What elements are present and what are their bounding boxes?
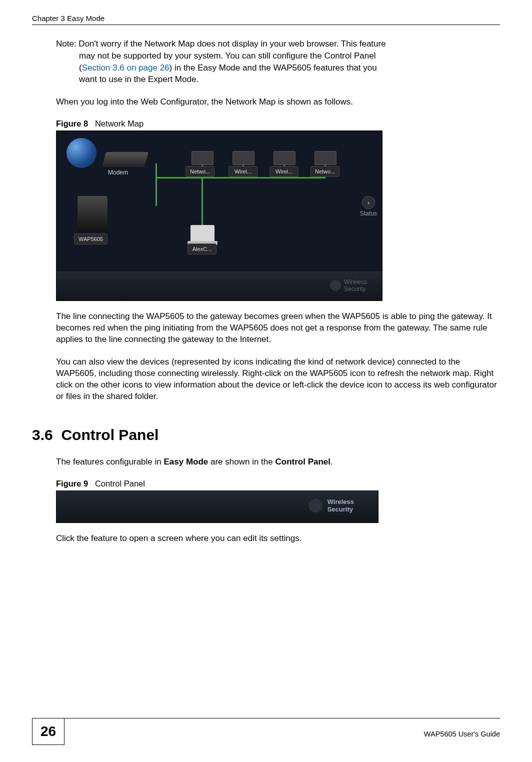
figure9-caption: Figure 9 Control Panel (56, 479, 500, 488)
note-line4: want to use in the Expert Mode. (79, 74, 198, 84)
wireless-line2: Security (328, 506, 353, 513)
cp-intro-bold2: Control Panel (275, 457, 330, 466)
wap-label: WAP5605 (74, 234, 108, 244)
wireless-line1: Wireless (328, 498, 354, 506)
device-icon (192, 151, 214, 165)
cp-intro-post: . (330, 457, 333, 466)
section-number: 3.6 (32, 426, 53, 443)
section-heading-3-6: 3.6 Control Panel (32, 426, 500, 444)
intro-paragraph: When you log into the Web Configurator, … (56, 96, 500, 108)
note-prefix: Note: (56, 39, 78, 48)
note-link[interactable]: Section 3.6 on page 26 (82, 63, 170, 72)
wifi-icon (308, 498, 322, 512)
control-panel-after-paragraph: Click the feature to open a screen where… (56, 533, 500, 544)
status-button: › Status (360, 196, 377, 217)
bottom-bar: WirelessSecurity (56, 272, 382, 300)
note-line3-post: ) in the Easy Mode and the WAP5605 featu… (170, 63, 377, 72)
connection-line (156, 177, 326, 178)
footer-guide-title: WAP5605 User's Guide (424, 726, 500, 738)
status-label: Status (360, 210, 377, 217)
globe-icon (66, 138, 96, 168)
figure8-title: Network Map (95, 119, 144, 128)
wap-device-icon (78, 196, 108, 232)
device-icon (274, 151, 296, 165)
modem-icon (102, 152, 148, 167)
cp-intro-mid: are shown in the (208, 457, 275, 466)
figure9-label: Figure 9 (56, 479, 88, 488)
laptop-label: AlexC... (188, 244, 216, 254)
figure8-caption: Figure 8 Network Map (56, 119, 500, 128)
connection-line (202, 178, 203, 226)
laptop-icon (190, 225, 214, 242)
wifi-icon (330, 280, 341, 291)
page-footer: 26 WAP5605 User's Guide (32, 718, 500, 745)
figure8-label: Figure 8 (56, 119, 88, 128)
note-line1: Don't worry if the Network Map does not … (78, 39, 386, 48)
paragraph-after-fig8-2: You can also view the devices (represent… (56, 356, 500, 402)
device-label: Wirel... (270, 166, 298, 177)
control-panel-intro: The features configurable in Easy Mode a… (56, 456, 500, 468)
device-label: Netwo... (186, 166, 214, 177)
note-block: Note: Don't worry if the Network Map doe… (56, 38, 500, 86)
section-title: Control Panel (61, 426, 158, 443)
network-map-figure: Modem WAP5605 Netwo... Wirel... Wirel...… (56, 130, 382, 301)
modem-label: Modem (108, 169, 128, 176)
paragraph-after-fig8-1: The line connecting the WAP5605 to the g… (56, 311, 500, 346)
device-label: Wirel... (228, 166, 258, 177)
device-icon (232, 151, 254, 165)
cp-intro-bold1: Easy Mode (164, 457, 208, 466)
control-panel-figure: Wireless Security (56, 490, 378, 523)
page-number: 26 (32, 718, 64, 745)
note-line2: may not be supported by your system. You… (79, 51, 376, 60)
chevron-right-icon: › (362, 196, 375, 209)
wireless-security-button: Wireless Security (308, 498, 354, 514)
page-header: Chapter 3 Easy Mode (32, 14, 500, 25)
connection-line (156, 164, 157, 206)
figure9-title: Control Panel (95, 479, 145, 488)
device-icon (314, 151, 336, 165)
device-label: Netwo... (310, 166, 340, 177)
cp-intro-pre: The features configurable in (56, 457, 164, 466)
wireless-security-indicator: WirelessSecurity (330, 278, 367, 292)
